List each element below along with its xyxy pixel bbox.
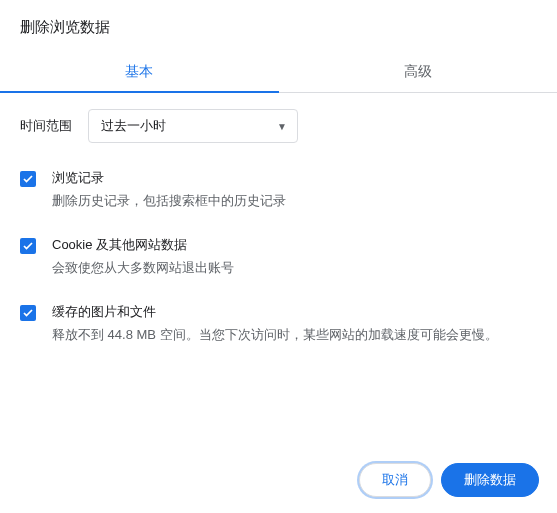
options-list: 浏览记录 删除历史记录，包括搜索框中的历史记录 Cookie 及其他网站数据 会… <box>0 153 557 359</box>
option-cookies: Cookie 及其他网站数据 会致使您从大多数网站退出账号 <box>20 226 537 293</box>
option-title: Cookie 及其他网站数据 <box>52 236 234 254</box>
checkmark-icon <box>22 307 34 319</box>
dialog-title: 删除浏览数据 <box>0 0 557 51</box>
option-description: 会致使您从大多数网站退出账号 <box>52 258 234 279</box>
tabs: 基本 高级 <box>0 51 557 93</box>
option-text: 缓存的图片和文件 释放不到 44.8 MB 空间。当您下次访问时，某些网站的加载… <box>52 303 498 346</box>
checkmark-icon <box>22 173 34 185</box>
checkbox-cache[interactable] <box>20 305 36 321</box>
option-title: 缓存的图片和文件 <box>52 303 498 321</box>
option-text: Cookie 及其他网站数据 会致使您从大多数网站退出账号 <box>52 236 234 279</box>
time-range-row: 时间范围 过去一小时 ▼ <box>0 93 557 153</box>
time-range-label: 时间范围 <box>20 117 72 135</box>
clear-data-button[interactable]: 删除数据 <box>441 463 539 497</box>
option-browsing-history: 浏览记录 删除历史记录，包括搜索框中的历史记录 <box>20 159 537 226</box>
option-description: 释放不到 44.8 MB 空间。当您下次访问时，某些网站的加载速度可能会更慢。 <box>52 325 498 346</box>
checkmark-icon <box>22 240 34 252</box>
checkbox-browsing-history[interactable] <box>20 171 36 187</box>
tab-advanced[interactable]: 高级 <box>279 51 558 92</box>
caret-down-icon: ▼ <box>277 121 287 132</box>
option-title: 浏览记录 <box>52 169 286 187</box>
dialog-footer: 取消 删除数据 <box>359 463 539 497</box>
cancel-button[interactable]: 取消 <box>359 463 431 497</box>
time-range-value: 过去一小时 <box>101 117 166 135</box>
time-range-select[interactable]: 过去一小时 ▼ <box>88 109 298 143</box>
option-description: 删除历史记录，包括搜索框中的历史记录 <box>52 191 286 212</box>
checkbox-cookies[interactable] <box>20 238 36 254</box>
option-text: 浏览记录 删除历史记录，包括搜索框中的历史记录 <box>52 169 286 212</box>
tab-basic[interactable]: 基本 <box>0 51 279 92</box>
option-cache: 缓存的图片和文件 释放不到 44.8 MB 空间。当您下次访问时，某些网站的加载… <box>20 293 537 360</box>
